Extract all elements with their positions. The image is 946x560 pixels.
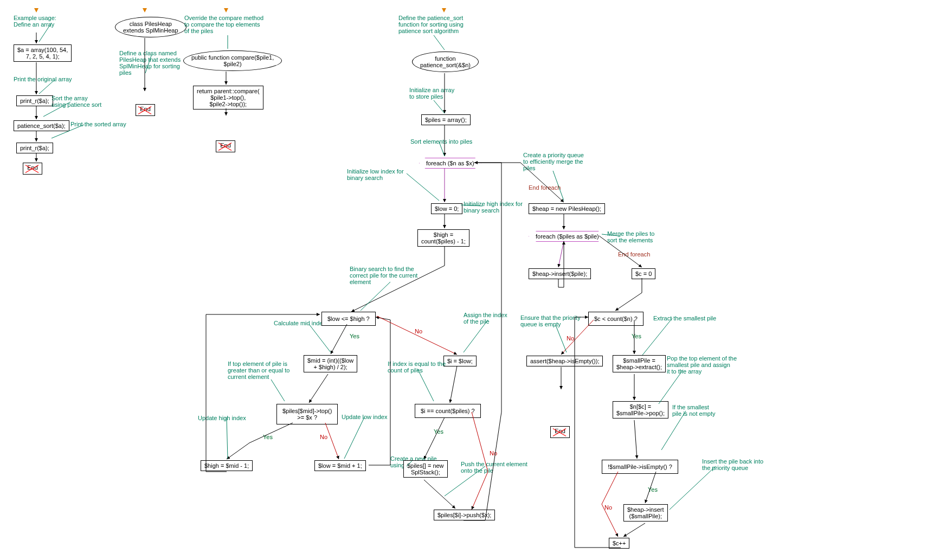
node-patience-sort-call: patience_sort($a); <box>14 120 69 131</box>
connector-lines <box>0 0 946 560</box>
node-set-low: $low = $mid + 1; <box>314 460 366 471</box>
ann-override: Override the compare method to compare t… <box>184 15 263 34</box>
svg-line-46 <box>659 370 683 404</box>
node-i-low: $i = $low; <box>443 356 477 366</box>
node-piles-array: $piles = array(); <box>421 114 471 125</box>
svg-line-34 <box>309 324 331 352</box>
svg-line-14 <box>450 366 457 403</box>
label-yes-2: Yes <box>263 434 273 440</box>
ann-high: Initialize high index for binary search <box>464 201 523 214</box>
label-yes-4: Yes <box>632 333 641 339</box>
label-endforeach1: End foreach <box>529 184 561 191</box>
ann-main-fn: Define the patience_sort function for so… <box>398 15 464 34</box>
cond-smallpile-empty: !$smallPile->isEmpty() ? <box>602 460 678 474</box>
ann-extract: Extract the smallest pile <box>653 315 716 321</box>
node-insert-smallpile: $heap->insert ($smallPile); <box>623 504 668 522</box>
svg-line-33 <box>361 282 390 311</box>
ann-if-empty: If the smallest pile is not empty <box>672 404 715 417</box>
node-high-count: $high = count($piles) - 1; <box>417 229 469 247</box>
ann-sort-array: Sort the array using patience sort <box>52 95 101 108</box>
svg-line-20 <box>634 420 637 459</box>
label-no-3: No <box>490 450 497 456</box>
ann-print-orig: Print the original array <box>14 76 72 82</box>
node-set-high: $high = $mid - 1; <box>201 460 253 471</box>
node-extract: $smallPile = $heap->extract(); <box>613 355 666 372</box>
svg-line-13 <box>309 374 328 403</box>
svg-line-12 <box>331 324 347 354</box>
entry-arrow-1 <box>34 8 38 12</box>
label-yes-1: Yes <box>350 333 359 339</box>
entry-arrow-2 <box>143 8 147 12</box>
node-compare-fn: public function compare($pile1, $pile2) <box>183 50 282 71</box>
svg-line-38 <box>464 320 488 352</box>
node-c-plusplus: $c++ <box>609 538 629 549</box>
ann-update-high: Update high index <box>198 415 246 421</box>
node-array-def: $a = array(100, 54, 7, 2, 5, 4, 1); <box>14 44 72 62</box>
ann-iftop: If top element of pile is greater than o… <box>228 361 289 380</box>
svg-line-36 <box>227 417 228 459</box>
entry-arrow-main <box>442 8 446 12</box>
node-printr2: print_r($a); <box>16 143 53 153</box>
node-low-zero: $low = 0; <box>431 203 462 214</box>
ann-update-low: Update low index <box>342 414 387 420</box>
cond-top: $piles[$mid]->top() >= $x ? <box>276 404 338 424</box>
ann-calcmid: Calculate mid index <box>274 320 326 326</box>
label-no-1: No <box>415 328 422 334</box>
svg-line-31 <box>407 173 439 201</box>
node-printr1: print_r($a); <box>16 95 53 106</box>
node-class-pilesheap: class PilesHeap extends SplMinHeap <box>115 17 186 37</box>
svg-line-45 <box>642 318 672 355</box>
ann-heap: Create a priority queue to efficiently m… <box>523 152 584 171</box>
svg-line-44 <box>556 325 567 352</box>
svg-line-15 <box>424 480 455 508</box>
node-return-compare: return parent::compare( $pile1->top(), $… <box>193 86 263 110</box>
cond-i-count: $i == count($piles) ? <box>415 404 481 418</box>
ann-init-piles: Initialize an array to store piles <box>409 87 454 100</box>
ann-binsearch: Binary search to find the correct pile f… <box>350 266 417 285</box>
node-function-def: function patience_sort(&$n) <box>412 52 479 72</box>
cond-low-high: $low <= $high ? <box>321 312 376 326</box>
label-no-2: No <box>320 434 327 440</box>
foreach-n-as-x: foreach ($n as $x) <box>419 158 481 169</box>
entry-arrow-3 <box>224 8 228 12</box>
svg-line-35 <box>271 379 285 401</box>
foreach-piles: foreach ($piles as $pile) <box>529 231 606 242</box>
svg-line-29 <box>434 100 445 113</box>
node-heap-new: $heap = new PilesHeap(); <box>529 203 605 214</box>
end-col2: End <box>136 104 155 116</box>
ann-low: Initialize low index for binary search <box>347 168 404 181</box>
ann-define-array: Example usage: Define an array <box>14 15 56 28</box>
node-push: $piles[$i]->push($x); <box>434 510 495 520</box>
node-mid-calc: $mid = (int)(($low + $high) / 2); <box>304 355 357 372</box>
ann-assign-idx: Assign the index of the pile <box>464 312 507 325</box>
ann-if-idx: If index is equal to the count of piles <box>388 361 446 374</box>
end-col3: End <box>216 140 235 152</box>
node-assert: assert($heap->isEmpty()); <box>526 356 603 366</box>
label-no-5: No <box>604 504 612 511</box>
end-col1: End <box>23 163 42 175</box>
ann-print-sorted: Print the sorted array <box>70 121 126 127</box>
label-no-4: No <box>567 335 574 342</box>
svg-line-28 <box>434 35 445 50</box>
svg-line-39 <box>417 369 434 401</box>
node-pop: $n[$c] = $smallPile->pop(); <box>613 401 668 419</box>
label-yes-5: Yes <box>648 486 658 493</box>
ann-pop: Pop the top element of the smallest pile… <box>667 355 737 375</box>
svg-line-17 <box>558 241 564 267</box>
svg-line-21 <box>623 523 645 537</box>
label-endforeach2: End foreach <box>618 251 650 258</box>
svg-line-37 <box>344 417 364 459</box>
ann-sort-piles: Sort elements into piles <box>410 138 472 145</box>
end-main-assert: End <box>550 426 570 438</box>
ann-merge: Merge the piles to sort the elements <box>607 230 654 243</box>
cond-c-count: $c < count($n) ? <box>588 312 643 326</box>
ann-push: Push the current element onto the pile <box>461 461 527 474</box>
label-yes-3: Yes <box>434 428 443 435</box>
node-heap-insert: $heap->insert($pile); <box>529 268 591 279</box>
ann-ensure-empty: Ensure that the priority queue is empty <box>520 314 581 327</box>
ann-insert-back: Insert the pile back into the priority q… <box>702 458 763 471</box>
node-new-splstack: $piles[] = new SplStack(); <box>403 460 448 478</box>
ann-define-class: Define a class named PilesHeap that exte… <box>119 50 181 76</box>
node-c-zero: $c = 0 <box>632 268 655 279</box>
